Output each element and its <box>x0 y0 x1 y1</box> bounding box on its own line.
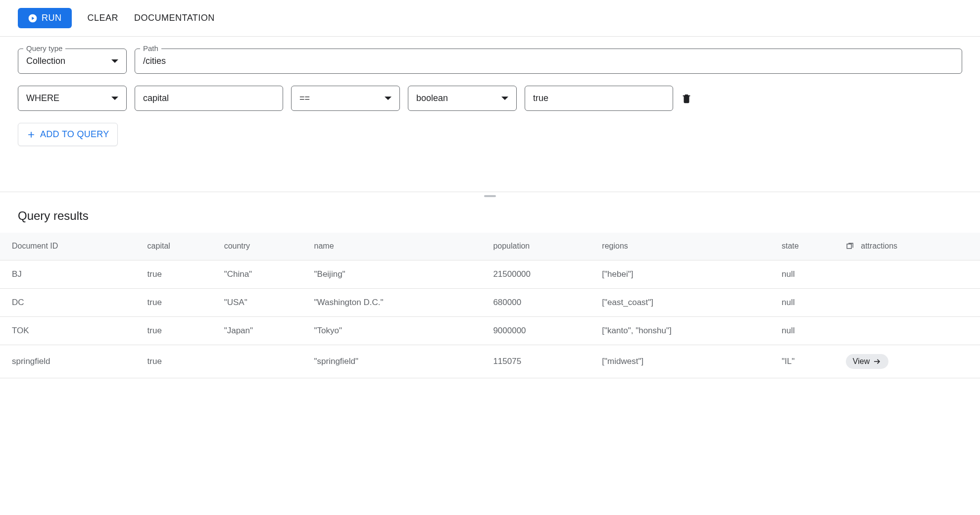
query-builder: Query type Collection Path /cities WHERE… <box>0 37 980 152</box>
where-clause-value: WHERE <box>26 93 59 103</box>
cell-attractions <box>840 288 980 316</box>
chevron-down-icon <box>501 97 508 100</box>
cell-capital: true <box>142 260 218 288</box>
toolbar: RUN CLEAR DOCUMENTATION <box>0 0 980 37</box>
col-name: name <box>308 233 488 260</box>
cell-doc_id: DC <box>0 288 142 316</box>
where-value-text: true <box>533 93 548 103</box>
cell-country: "China" <box>218 260 308 288</box>
cell-attractions <box>840 316 980 345</box>
cell-attractions <box>840 260 980 288</box>
add-to-query-label: ADD TO QUERY <box>40 129 109 140</box>
results-title: Query results <box>0 209 980 233</box>
results-table: Document ID capital country name populat… <box>0 233 980 378</box>
cell-population: 9000000 <box>487 316 596 345</box>
col-attractions: attractions <box>840 233 980 260</box>
where-field-value: capital <box>143 93 169 103</box>
where-type-value: boolean <box>416 93 448 103</box>
collection-icon <box>846 242 855 251</box>
where-value-input[interactable]: true <box>525 86 673 111</box>
play-circle-icon <box>28 13 38 23</box>
query-type-value: Collection <box>26 56 65 66</box>
table-row[interactable]: TOKtrue"Japan""Tokyo"9000000["kanto", "h… <box>0 316 980 345</box>
cell-name: "Beijing" <box>308 260 488 288</box>
clear-button[interactable]: CLEAR <box>88 13 119 23</box>
where-field-input[interactable]: capital <box>135 86 283 111</box>
cell-capital: true <box>142 288 218 316</box>
panel-divider <box>0 192 980 197</box>
cell-regions: ["midwest"] <box>596 345 776 378</box>
plus-icon <box>26 130 36 140</box>
table-row[interactable]: DCtrue"USA""Washington D.C."680000["east… <box>0 288 980 316</box>
where-clause-select[interactable]: WHERE <box>18 86 127 111</box>
cell-country: "Japan" <box>218 316 308 345</box>
chevron-down-icon <box>111 59 118 63</box>
view-chip-label: View <box>853 357 870 366</box>
arrow-right-icon <box>873 357 882 366</box>
cell-state: null <box>776 288 840 316</box>
path-label: Path <box>140 44 161 52</box>
cell-doc_id: springfield <box>0 345 142 378</box>
cell-capital: true <box>142 316 218 345</box>
cell-population: 21500000 <box>487 260 596 288</box>
col-population: population <box>487 233 596 260</box>
run-label: RUN <box>42 13 62 23</box>
cell-country <box>218 345 308 378</box>
cell-doc_id: TOK <box>0 316 142 345</box>
col-state: state <box>776 233 840 260</box>
cell-state: null <box>776 260 840 288</box>
cell-capital: true <box>142 345 218 378</box>
where-operator-select[interactable]: == <box>291 86 400 111</box>
col-capital: capital <box>142 233 218 260</box>
cell-name: "springfield" <box>308 345 488 378</box>
cell-name: "Tokyo" <box>308 316 488 345</box>
table-row[interactable]: BJtrue"China""Beijing"21500000["hebei"]n… <box>0 260 980 288</box>
cell-state: null <box>776 316 840 345</box>
cell-country: "USA" <box>218 288 308 316</box>
cell-name: "Washington D.C." <box>308 288 488 316</box>
cell-population: 115075 <box>487 345 596 378</box>
query-type-select[interactable]: Query type Collection <box>18 49 127 74</box>
add-to-query-button[interactable]: ADD TO QUERY <box>18 123 118 146</box>
cell-state: "IL" <box>776 345 840 378</box>
cell-regions: ["east_coast"] <box>596 288 776 316</box>
query-results: Query results Document ID capital countr… <box>0 197 980 378</box>
cell-regions: ["hebei"] <box>596 260 776 288</box>
where-operator-value: == <box>299 93 310 103</box>
chevron-down-icon <box>111 97 118 100</box>
col-document-id: Document ID <box>0 233 142 260</box>
view-chip[interactable]: View <box>846 354 888 369</box>
cell-regions: ["kanto", "honshu"] <box>596 316 776 345</box>
query-type-label: Query type <box>23 44 65 52</box>
cell-attractions: View <box>840 345 980 378</box>
documentation-button[interactable]: DOCUMENTATION <box>134 13 215 23</box>
cell-doc_id: BJ <box>0 260 142 288</box>
cell-population: 680000 <box>487 288 596 316</box>
table-row[interactable]: springfieldtrue"springfield"115075["midw… <box>0 345 980 378</box>
path-value: /cities <box>143 56 166 66</box>
table-header-row: Document ID capital country name populat… <box>0 233 980 260</box>
where-type-select[interactable]: boolean <box>408 86 517 111</box>
chevron-down-icon <box>385 97 392 100</box>
run-button[interactable]: RUN <box>18 8 72 28</box>
path-input[interactable]: Path /cities <box>135 49 962 74</box>
col-country: country <box>218 233 308 260</box>
col-regions: regions <box>596 233 776 260</box>
trash-icon[interactable] <box>681 93 692 104</box>
